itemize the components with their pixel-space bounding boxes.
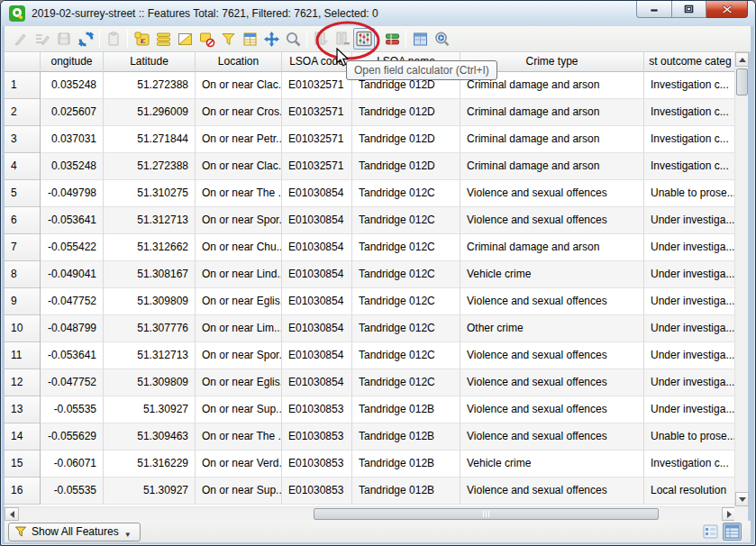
cell-longitude[interactable]: -0.05535	[41, 478, 104, 505]
cell-lsoa-code[interactable]: E01032571	[282, 99, 352, 126]
cell-latitude[interactable]: 51.312713	[104, 342, 196, 369]
cell-latitude[interactable]: 51.312662	[104, 234, 196, 261]
horizontal-scrollbar[interactable]	[5, 506, 736, 521]
cell-lsoa-name[interactable]: Tandridge 012D	[352, 126, 460, 153]
scroll-left-button[interactable]	[5, 507, 19, 521]
cell-latitude[interactable]: 51.316229	[104, 450, 196, 478]
cell-last-outcome[interactable]: Local resolution	[644, 478, 736, 505]
column-header-location[interactable]: Location	[196, 52, 282, 72]
row-number-button[interactable]: 5	[5, 180, 41, 207]
cell-last-outcome[interactable]: Investigation c...	[644, 126, 736, 153]
cell-lsoa-name[interactable]: Tandridge 012D	[352, 99, 460, 126]
cell-crime-type[interactable]: Criminal damage and arson	[460, 126, 644, 153]
cell-latitude[interactable]: 51.307776	[104, 315, 196, 342]
cell-last-outcome[interactable]: Under investiga...	[644, 315, 736, 342]
cell-lsoa-name[interactable]: Tandridge 012C	[352, 315, 460, 342]
select-by-expression-button[interactable]: ε	[131, 28, 152, 50]
cell-crime-type[interactable]: Criminal damage and arson	[460, 153, 644, 180]
cell-longitude[interactable]: 0.035248	[41, 153, 104, 180]
cell-last-outcome[interactable]: Investigation c...	[644, 450, 736, 478]
row-number-button[interactable]: 16	[5, 478, 41, 505]
title-bar[interactable]: 2019-02-surrey-street :: Features Total:…	[1, 1, 755, 26]
cell-location[interactable]: On or near Clac...	[196, 72, 282, 99]
cell-crime-type[interactable]: Criminal damage and arson	[460, 234, 644, 261]
cell-lsoa-code[interactable]: E01030854	[282, 288, 352, 315]
cell-lsoa-name[interactable]: Tandridge 012C	[352, 288, 460, 315]
cell-lsoa-code[interactable]: E01030853	[282, 450, 352, 478]
row-number-button[interactable]: 12	[5, 369, 41, 396]
cell-latitude[interactable]: 51.309809	[104, 288, 196, 315]
reload-table-button[interactable]	[75, 28, 96, 50]
cell-longitude[interactable]: -0.049041	[41, 261, 104, 288]
dock-attribute-table-button[interactable]	[409, 28, 431, 50]
column-header-latitude[interactable]: Latitude	[104, 52, 196, 72]
pan-to-selection-button[interactable]	[260, 28, 282, 50]
row-number-button[interactable]: 3	[5, 126, 41, 153]
toggle-editing-button[interactable]	[10, 28, 32, 50]
cell-location[interactable]: On or near The ...	[196, 180, 282, 207]
conditional-formatting-button[interactable]	[381, 28, 403, 50]
cell-crime-type[interactable]: Criminal damage and arson	[460, 99, 644, 126]
cell-lsoa-code[interactable]: E01030854	[282, 234, 352, 261]
cell-lsoa-code[interactable]: E01030853	[282, 396, 352, 423]
move-selection-to-top-button[interactable]	[239, 28, 260, 50]
new-field-button[interactable]: *	[310, 28, 332, 50]
show-all-features-button[interactable]: Show All Features ▼	[8, 523, 141, 541]
cell-lsoa-code[interactable]: E01030853	[282, 423, 352, 450]
cell-crime-type[interactable]: Violence and sexual offences	[460, 207, 644, 234]
cell-last-outcome[interactable]: Investigation c...	[644, 99, 736, 126]
cell-lsoa-name[interactable]: Tandridge 012B	[352, 423, 460, 450]
vertical-scrollbar-thumb[interactable]	[736, 68, 748, 96]
cell-crime-type[interactable]: Other crime	[460, 315, 644, 342]
cell-last-outcome[interactable]: Unable to prose...	[644, 180, 736, 207]
cell-lsoa-name[interactable]: Tandridge 012C	[352, 207, 460, 234]
cell-last-outcome[interactable]: Under investiga...	[644, 207, 736, 234]
cell-location[interactable]: On or near Lim...	[196, 315, 282, 342]
cell-latitude[interactable]: 51.309809	[104, 369, 196, 396]
cell-location[interactable]: On or near Sup...	[196, 478, 282, 505]
cell-longitude[interactable]: -0.047752	[41, 369, 104, 396]
cell-lsoa-name[interactable]: Tandridge 012C	[352, 369, 460, 396]
row-number-button[interactable]: 15	[5, 450, 41, 478]
cell-lsoa-name[interactable]: Tandridge 012C	[352, 342, 460, 369]
cell-latitude[interactable]: 51.308167	[104, 261, 196, 288]
cell-longitude[interactable]: -0.05535	[41, 396, 104, 423]
cell-longitude[interactable]: -0.047752	[41, 288, 104, 315]
cell-lsoa-name[interactable]: Tandridge 012C	[352, 180, 460, 207]
invert-selection-button[interactable]	[174, 28, 196, 50]
cell-lsoa-name[interactable]: Tandridge 012D	[352, 153, 460, 180]
cell-lsoa-name[interactable]: Tandridge 012B	[352, 450, 460, 478]
cell-location[interactable]: On or near Clac...	[196, 153, 282, 180]
cell-last-outcome[interactable]: Under investiga...	[644, 396, 736, 423]
cell-longitude[interactable]: -0.06071	[41, 450, 104, 478]
cell-lsoa-code[interactable]: E01030854	[282, 207, 352, 234]
row-number-button[interactable]: 7	[5, 234, 41, 261]
cell-longitude[interactable]: -0.049798	[41, 180, 104, 207]
close-button[interactable]	[706, 1, 748, 18]
row-number-button[interactable]: 4	[5, 153, 41, 180]
cell-last-outcome[interactable]: Under investiga...	[644, 342, 736, 369]
cell-longitude[interactable]: -0.053641	[41, 207, 104, 234]
multi-edit-button[interactable]	[32, 28, 53, 50]
cell-lsoa-code[interactable]: E01030853	[282, 478, 352, 505]
cell-location[interactable]: On or near Lind...	[196, 261, 282, 288]
row-number-button[interactable]: 11	[5, 342, 41, 369]
row-number-button[interactable]: 13	[5, 396, 41, 423]
cell-lsoa-name[interactable]: Tandridge 012B	[352, 478, 460, 505]
corner-header[interactable]	[5, 52, 41, 72]
row-number-button[interactable]: 1	[5, 72, 41, 99]
cell-location[interactable]: On or near Petr...	[196, 126, 282, 153]
maximize-button[interactable]	[672, 1, 706, 18]
filter-select-button[interactable]	[217, 28, 239, 50]
cell-location[interactable]: On or near Cros...	[196, 99, 282, 126]
cell-lsoa-code[interactable]: E01030854	[282, 261, 352, 288]
zoom-to-selection-button[interactable]	[282, 28, 304, 50]
cell-location[interactable]: On or near Sup...	[196, 396, 282, 423]
cell-lsoa-code[interactable]: E01030854	[282, 180, 352, 207]
minimize-button[interactable]	[636, 1, 672, 18]
cell-lsoa-code[interactable]: E01030854	[282, 315, 352, 342]
cell-lsoa-code[interactable]: E01030854	[282, 369, 352, 396]
cell-location[interactable]: On or near Verd...	[196, 450, 282, 478]
cell-latitude[interactable]: 51.30927	[104, 396, 196, 423]
cell-latitude[interactable]: 51.310275	[104, 180, 196, 207]
